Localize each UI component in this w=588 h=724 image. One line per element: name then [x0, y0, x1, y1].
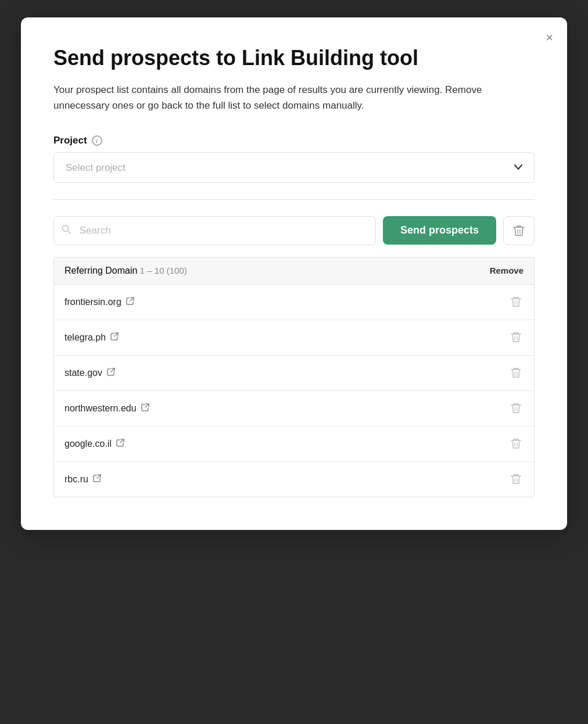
search-icon [62, 224, 71, 236]
trash-icon [511, 332, 521, 343]
row-delete-button[interactable] [508, 472, 524, 486]
table-header: Referring Domain 1 – 10 (100) Remove [53, 257, 535, 285]
modal-description: Your prospect list contains all domains … [53, 82, 535, 113]
external-link-icon [141, 403, 149, 413]
delete-all-button[interactable] [503, 216, 535, 245]
table-row: google.co.il [54, 426, 534, 462]
trash-icon [511, 403, 521, 414]
trash-icon [511, 474, 521, 485]
table-row: frontiersin.org [54, 285, 534, 320]
domain-name: telegra.ph [64, 332, 119, 343]
row-delete-button[interactable] [508, 437, 524, 451]
trash-icon [511, 438, 521, 450]
table-header-remove: Remove [490, 266, 524, 275]
svg-line-1 [68, 231, 71, 234]
toolbar: Send prospects [53, 216, 535, 245]
search-wrapper [53, 216, 376, 245]
table-header-count: 1 – 10 (100) [140, 266, 187, 275]
svg-line-7 [114, 333, 118, 336]
external-link-icon [107, 368, 115, 378]
domain-name: rbc.ru [64, 474, 101, 485]
row-delete-button[interactable] [508, 402, 524, 415]
project-label: Project i [53, 135, 535, 146]
trash-icon [511, 367, 521, 379]
domain-name: frontiersin.org [64, 297, 134, 307]
table-row: rbc.ru [54, 462, 534, 497]
domain-name: northwestern.edu [64, 403, 149, 414]
table-row: northwestern.edu [54, 391, 534, 426]
domain-list: frontiersin.org telegra.ph [53, 285, 535, 497]
row-delete-button[interactable] [508, 331, 524, 345]
domain-name: state.gov [64, 368, 115, 378]
modal-title: Send prospects to Link Building tool [53, 45, 535, 70]
svg-line-4 [130, 298, 134, 301]
svg-line-19 [97, 475, 101, 478]
row-delete-button[interactable] [508, 366, 524, 380]
send-prospects-button[interactable]: Send prospects [383, 216, 496, 245]
overlay: × Send prospects to Link Building tool Y… [0, 0, 588, 724]
external-link-icon [93, 474, 101, 484]
trash-icon [511, 296, 521, 308]
trash-icon [513, 224, 525, 237]
row-delete-button[interactable] [508, 295, 524, 309]
divider [53, 199, 535, 200]
table-row: state.gov [54, 356, 534, 391]
svg-line-16 [120, 439, 124, 443]
project-select[interactable]: Select project [53, 152, 535, 183]
external-link-icon [110, 332, 119, 342]
table-row: telegra.ph [54, 320, 534, 356]
close-button[interactable]: × [543, 29, 555, 46]
table-header-domain: Referring Domain 1 – 10 (100) [64, 266, 187, 276]
external-link-icon [126, 297, 134, 307]
domain-name: google.co.il [64, 439, 124, 449]
search-input[interactable] [53, 216, 376, 245]
modal: × Send prospects to Link Building tool Y… [21, 17, 567, 530]
external-link-icon [116, 439, 124, 449]
svg-line-13 [145, 404, 149, 407]
svg-line-10 [111, 368, 114, 372]
info-icon: i [92, 135, 102, 146]
